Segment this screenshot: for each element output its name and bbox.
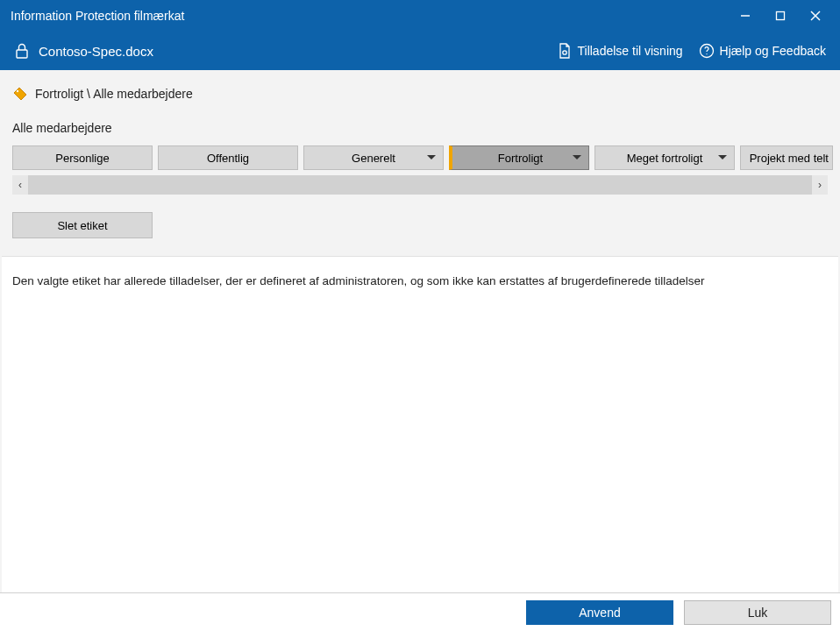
sublabel-heading: Alle medarbejdere <box>0 109 840 142</box>
tag-icon <box>12 86 28 102</box>
label-meget-fortroligt[interactable]: Meget fortroligt <box>594 145 735 170</box>
delete-label-button[interactable]: Slet etiket <box>12 212 153 238</box>
scroll-left-button[interactable]: ‹ <box>12 175 28 195</box>
scroll-track[interactable] <box>28 175 812 195</box>
close-icon <box>810 11 821 21</box>
lock-icon <box>14 42 30 60</box>
label-projekt-med-telt[interactable]: Projekt med telt <box>740 145 833 170</box>
view-permission-button[interactable]: Tilladelse til visning <box>557 42 683 60</box>
label-generelt[interactable]: Generelt <box>303 145 444 170</box>
content-area: Fortroligt \ Alle medarbejdere Alle meda… <box>0 70 840 592</box>
label-text: Fortroligt <box>498 152 543 165</box>
label-fortroligt[interactable]: Fortroligt <box>449 145 589 170</box>
view-permission-label: Tilladelse til visning <box>578 44 683 58</box>
close-dialog-button[interactable]: Luk <box>684 600 831 625</box>
svg-point-8 <box>17 90 18 92</box>
scroll-right-button[interactable]: › <box>812 175 828 195</box>
help-icon <box>699 43 715 59</box>
apply-button[interactable]: Anvend <box>526 600 673 625</box>
apply-button-label: Anvend <box>579 606 620 620</box>
label-text: Projekt med telt <box>750 152 829 165</box>
label-scrollbar: ‹ › <box>0 172 840 195</box>
label-text: Generelt <box>352 152 395 165</box>
label-text: Personlige <box>55 152 109 165</box>
label-personlige[interactable]: Personlige <box>12 145 153 170</box>
breadcrumb: Fortroligt \ Alle medarbejdere <box>0 70 840 109</box>
delete-row: Slet etiket <box>0 195 840 244</box>
footer: Anvend Luk <box>0 592 840 631</box>
label-bar: Personlige Offentlig Generelt Fortroligt… <box>0 142 840 172</box>
minimize-icon <box>740 11 751 21</box>
help-feedback-label: Hjælp og Feedback <box>720 44 826 58</box>
svg-point-5 <box>562 51 566 54</box>
document-permission-icon <box>557 42 573 60</box>
label-text: Offentlig <box>207 152 249 165</box>
close-button[interactable] <box>798 0 833 32</box>
svg-point-7 <box>706 53 707 54</box>
maximize-icon <box>775 11 786 21</box>
subheader: Contoso-Spec.docx Tilladelse til visning… <box>0 32 840 70</box>
label-offentlig[interactable]: Offentlig <box>158 145 298 170</box>
help-feedback-button[interactable]: Hjælp og Feedback <box>699 43 826 59</box>
close-button-label: Luk <box>748 606 768 620</box>
chevron-down-icon <box>718 155 727 160</box>
titlebar: Information Protection filmærkat <box>0 0 840 32</box>
svg-rect-4 <box>17 50 27 58</box>
chevron-down-icon <box>427 155 436 160</box>
svg-rect-1 <box>777 12 785 20</box>
maximize-button[interactable] <box>763 0 798 32</box>
document-name: Contoso-Spec.docx <box>39 44 541 59</box>
titlebar-title: Information Protection filmærkat <box>11 9 728 23</box>
breadcrumb-text: Fortroligt \ Alle medarbejdere <box>35 87 193 101</box>
label-text: Meget fortroligt <box>627 152 703 165</box>
minimize-button[interactable] <box>728 0 763 32</box>
info-panel: Den valgte etiket har allerede tilladels… <box>2 256 838 592</box>
chevron-down-icon <box>573 155 581 160</box>
info-message: Den valgte etiket har allerede tilladels… <box>12 274 704 287</box>
